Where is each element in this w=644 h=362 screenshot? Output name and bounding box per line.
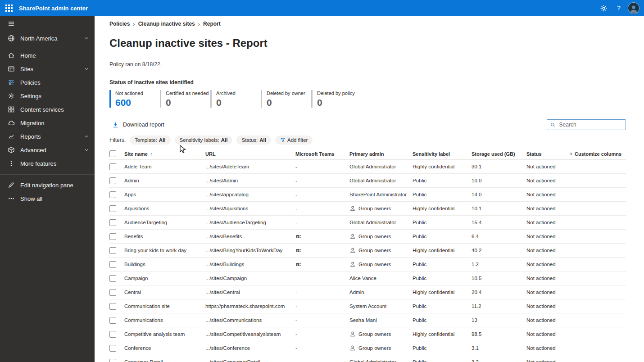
- column-header-microsoft-teams[interactable]: Microsoft Teams: [295, 151, 349, 157]
- stat-deleted-by-policy[interactable]: Deleted by policy 0: [311, 90, 362, 108]
- table-row[interactable]: Central .../sites/Central - Admin Highly…: [109, 285, 626, 299]
- select-all-checkbox[interactable]: [109, 150, 116, 157]
- breadcrumb-report: Report: [203, 21, 221, 27]
- group-owners-icon: [349, 331, 356, 337]
- sidebar-item-migration[interactable]: Migration: [0, 116, 95, 130]
- table-row[interactable]: Campaign .../sites/Campaign - Alice Vanc…: [109, 272, 626, 285]
- stat-certified-as-needed[interactable]: Certified as needed 0: [160, 90, 210, 108]
- site-name-cell: Competitive analysis team: [124, 331, 205, 337]
- advanced-icon: [8, 146, 15, 154]
- region-selector[interactable]: North America: [0, 32, 95, 45]
- table-row[interactable]: Aquisitions .../sites/Aquisitions - Grou…: [109, 202, 626, 216]
- table-row[interactable]: Adele Team .../sites/AdeleTeam - Global …: [109, 160, 626, 174]
- add-filter-button[interactable]: Add filter: [275, 136, 313, 145]
- stat-archived[interactable]: Archived 0: [210, 90, 261, 108]
- breadcrumb-cleanup-inactive-sites[interactable]: Cleanup inactive sites: [138, 21, 195, 27]
- sidebar-item-more-features[interactable]: More features: [0, 157, 95, 170]
- sidebar-divider: [0, 174, 95, 175]
- table-row[interactable]: AudienceTargeting .../sites/AudienceTarg…: [109, 216, 626, 230]
- status-cell: Not actioned: [526, 248, 570, 253]
- sidebar-item-settings[interactable]: Settings: [0, 89, 95, 103]
- filter-pill-status[interactable]: Status: All: [236, 136, 271, 145]
- table-row[interactable]: Competitive analysis team .../sites/Comp…: [109, 327, 626, 341]
- status-cell: Not actioned: [526, 359, 570, 362]
- search-box[interactable]: [547, 119, 626, 130]
- sensitivity-label-cell: Public: [413, 303, 472, 309]
- search-input[interactable]: [558, 121, 622, 128]
- storage-used-cell: 14.0: [472, 192, 526, 197]
- column-header-status[interactable]: Status: [526, 151, 570, 157]
- sidebar-item-edit-navigation[interactable]: Edit navigation pane: [0, 178, 95, 192]
- column-header-site-name[interactable]: Site name↑: [124, 151, 205, 157]
- row-checkbox[interactable]: [109, 331, 116, 338]
- stat-value: 0: [317, 98, 362, 107]
- row-checkbox[interactable]: [109, 303, 116, 310]
- stat-not-actioned[interactable]: Not actioned 600: [109, 90, 160, 108]
- table-row[interactable]: Admin .../sites/Admin - Global Administr…: [109, 174, 626, 188]
- sidebar-item-show-all[interactable]: Show all: [0, 192, 95, 205]
- table-row[interactable]: Consumer Retail .../sites/ConsumerRetail…: [109, 355, 626, 362]
- row-checkbox[interactable]: [109, 345, 116, 352]
- row-checkbox[interactable]: [109, 219, 116, 226]
- topbar: SharePoint admin center ?: [0, 0, 644, 16]
- row-checkbox[interactable]: [109, 191, 116, 198]
- column-header-sensitivity-label[interactable]: Sensitivity label: [413, 151, 472, 157]
- home-icon: [8, 52, 15, 59]
- sidebar-item-advanced[interactable]: Advanced: [0, 143, 95, 157]
- table-row[interactable]: Communication site https://pharmateck.sh…: [109, 299, 626, 313]
- account-avatar[interactable]: [628, 2, 639, 14]
- app-title: SharePoint admin center: [19, 5, 88, 12]
- reports-chart-icon: [8, 133, 15, 140]
- primary-admin-cell: SharePoint Administrator: [349, 192, 413, 197]
- app-launcher-button[interactable]: [0, 0, 18, 16]
- filter-pill-sensitivity-labels[interactable]: Sensitivity labels: All: [175, 136, 233, 145]
- row-checkbox[interactable]: [109, 275, 116, 282]
- sidebar-item-policies[interactable]: Policies: [0, 76, 95, 89]
- column-header-primary-admin[interactable]: Primary admin: [349, 151, 413, 157]
- sidebar-item-home[interactable]: Home: [0, 49, 95, 62]
- table-row[interactable]: Conference .../sites/Conference - Group …: [109, 341, 626, 355]
- stat-value: 0: [216, 98, 261, 107]
- group-owners-icon: [349, 205, 356, 212]
- policy-run-date: Policy ran on 8/18/22.: [109, 61, 626, 68]
- row-checkbox[interactable]: [109, 177, 116, 184]
- row-checkbox[interactable]: [109, 317, 116, 324]
- status-summary: Not actioned 600 Certified as needed 0 A…: [109, 90, 626, 108]
- status-cell: Not actioned: [526, 276, 570, 281]
- table-row[interactable]: Buildings .../sites/Buildings T Group ow…: [109, 258, 626, 272]
- row-checkbox[interactable]: [109, 233, 116, 240]
- row-checkbox[interactable]: [109, 163, 116, 170]
- status-cell: Not actioned: [526, 234, 570, 239]
- row-checkbox[interactable]: [109, 247, 116, 254]
- collapse-nav-button[interactable]: [0, 16, 95, 32]
- customize-columns-button[interactable]: Customize columns: [570, 151, 626, 157]
- group-owners-icon: [349, 233, 356, 240]
- sidebar-item-content-services[interactable]: Content services: [0, 103, 95, 116]
- status-cell: Not actioned: [526, 220, 570, 225]
- storage-used-cell: 3.1: [472, 345, 526, 351]
- sidebar-item-reports[interactable]: Reports: [0, 130, 95, 143]
- storage-used-cell: 11.2: [472, 303, 526, 309]
- sidebar-item-sites[interactable]: Sites: [0, 62, 95, 76]
- download-report-button[interactable]: Download report: [109, 120, 167, 130]
- site-url-cell: .../sites/Communications: [205, 317, 295, 323]
- row-checkbox[interactable]: [109, 205, 116, 212]
- sensitivity-label-cell: Public: [413, 178, 472, 183]
- stat-deleted-by-owner[interactable]: Deleted by owner 0: [261, 90, 311, 108]
- table-row[interactable]: Communications .../sites/Communications …: [109, 313, 626, 327]
- column-header-url[interactable]: URL: [205, 151, 295, 157]
- breadcrumb-policies[interactable]: Policies: [109, 21, 130, 27]
- primary-admin-cell: Global Administrator: [349, 178, 413, 183]
- filter-pill-template[interactable]: Template: All: [130, 136, 171, 145]
- settings-gear-button[interactable]: [597, 1, 610, 15]
- table-row[interactable]: Bring your kids to work day .../sites/Br…: [109, 244, 626, 258]
- row-checkbox[interactable]: [109, 289, 116, 296]
- row-checkbox[interactable]: [109, 261, 116, 268]
- row-checkbox[interactable]: [109, 359, 116, 362]
- table-row[interactable]: Apps .../sites/appcatalog - SharePoint A…: [109, 188, 626, 202]
- help-button[interactable]: ?: [612, 1, 625, 15]
- column-header-storage-used[interactable]: Storage used (GB): [472, 151, 526, 157]
- table-row[interactable]: Benefits .../sites/Benefits T Group owne…: [109, 230, 626, 244]
- chevron-down-icon: [84, 66, 89, 72]
- group-owners-icon: [349, 247, 356, 253]
